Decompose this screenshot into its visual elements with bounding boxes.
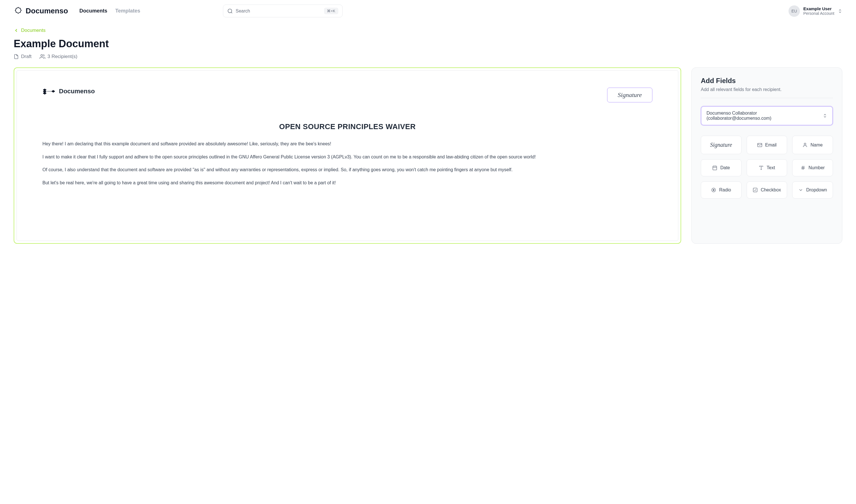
- field-radio-button[interactable]: Radio: [701, 181, 741, 199]
- field-label: Radio: [719, 187, 731, 193]
- document-paragraph: Hey there! I am declaring that this exam…: [42, 140, 652, 148]
- recipients-count: 3 Recipient(s): [39, 54, 78, 59]
- page-title: Example Document: [14, 38, 842, 50]
- user-info: Example User Personal Account: [803, 6, 834, 16]
- fields-sidebar: Add Fields Add all relevant fields for e…: [691, 67, 842, 244]
- chevron-left-icon: [14, 28, 19, 33]
- svg-rect-5: [713, 166, 717, 170]
- recipient-selected: Documenso Collaborator (collaborator@doc…: [706, 111, 823, 121]
- document-preview[interactable]: Documenso Signature OPEN SOURCE PRINCIPL…: [14, 67, 681, 244]
- field-date-button[interactable]: Date: [701, 159, 741, 176]
- chevron-updown-icon: [838, 9, 842, 13]
- breadcrumb[interactable]: Documents: [14, 28, 842, 33]
- field-label: Text: [767, 165, 775, 170]
- search-shortcut: ⌘+K: [324, 8, 338, 14]
- main-nav: Documents Templates: [80, 8, 140, 14]
- field-label: Signature: [710, 142, 732, 148]
- radio-icon: [711, 187, 716, 193]
- document-paragraph: I want to make it clear that I fully sup…: [42, 153, 652, 161]
- chevron-down-icon: [798, 187, 803, 193]
- field-signature-button[interactable]: Signature: [701, 136, 741, 154]
- search-placeholder: Search: [236, 8, 322, 14]
- svg-point-14: [713, 190, 715, 191]
- status-badge: Draft: [14, 54, 32, 59]
- text-icon: [759, 165, 764, 170]
- search-icon: [227, 8, 233, 14]
- document-paragraph: Of course, I also understand that the do…: [42, 166, 652, 174]
- svg-point-2: [41, 55, 43, 57]
- user-icon: [803, 143, 808, 148]
- main-content: Documents Example Document Draft 3 Recip…: [0, 22, 856, 249]
- sidebar-title: Add Fields: [701, 77, 833, 85]
- avatar: EU: [788, 5, 800, 17]
- field-text-button[interactable]: Text: [747, 159, 787, 176]
- status-text: Draft: [21, 54, 32, 59]
- recipients-text: 3 Recipient(s): [48, 54, 78, 59]
- field-name-button[interactable]: Name: [792, 136, 833, 154]
- document-logo-text: Documenso: [59, 88, 95, 95]
- document-title: OPEN SOURCE PRINCIPLES WAIVER: [42, 122, 652, 131]
- recipient-select[interactable]: Documenso Collaborator (collaborator@doc…: [701, 106, 833, 125]
- checkbox-icon: [753, 187, 758, 193]
- user-account: Personal Account: [803, 11, 834, 16]
- field-label: Name: [810, 143, 823, 148]
- breadcrumb-label: Documents: [21, 28, 46, 33]
- search-input[interactable]: Search ⌘+K: [223, 4, 343, 17]
- field-label: Email: [765, 143, 776, 148]
- sidebar-subtitle: Add all relevant fields for each recipie…: [701, 87, 833, 98]
- document-logo: Documenso: [42, 88, 95, 95]
- nav-documents[interactable]: Documents: [80, 8, 107, 14]
- field-email-button[interactable]: Email: [747, 136, 787, 154]
- svg-point-4: [804, 143, 806, 145]
- app-logo[interactable]: Documenso: [14, 6, 68, 16]
- fields-grid: Signature Email Name: [701, 136, 833, 199]
- chevron-updown-icon: [823, 113, 827, 118]
- svg-point-0: [228, 9, 232, 13]
- svg-line-12: [804, 166, 804, 170]
- file-icon: [14, 54, 19, 59]
- pen-icon: [42, 88, 56, 95]
- field-label: Date: [720, 165, 730, 170]
- user-menu[interactable]: EU Example User Personal Account: [788, 5, 842, 17]
- field-number-button[interactable]: Number: [792, 159, 833, 176]
- field-label: Number: [808, 165, 825, 170]
- user-name: Example User: [803, 6, 834, 11]
- signature-field-placed[interactable]: Signature: [607, 88, 652, 102]
- logo-text: Documenso: [25, 6, 68, 15]
- svg-rect-15: [753, 188, 757, 192]
- field-label: Dropdown: [806, 187, 827, 193]
- app-header: Documenso Documents Templates Search ⌘+K…: [0, 0, 856, 22]
- field-dropdown-button[interactable]: Dropdown: [792, 181, 833, 199]
- svg-line-11: [802, 166, 803, 170]
- nav-templates[interactable]: Templates: [115, 8, 140, 14]
- hash-icon: [801, 165, 806, 170]
- document-meta: Draft 3 Recipient(s): [14, 54, 842, 59]
- calendar-icon: [712, 165, 717, 170]
- mail-icon: [757, 143, 762, 148]
- svg-line-1: [231, 12, 232, 13]
- field-label: Checkbox: [760, 187, 781, 193]
- users-icon: [39, 54, 45, 59]
- document-paragraph: But let's be real here, we're all going …: [42, 179, 652, 186]
- document-page: Documenso Signature OPEN SOURCE PRINCIPL…: [17, 70, 678, 241]
- logo-icon: [14, 6, 23, 16]
- field-checkbox-button[interactable]: Checkbox: [747, 181, 787, 199]
